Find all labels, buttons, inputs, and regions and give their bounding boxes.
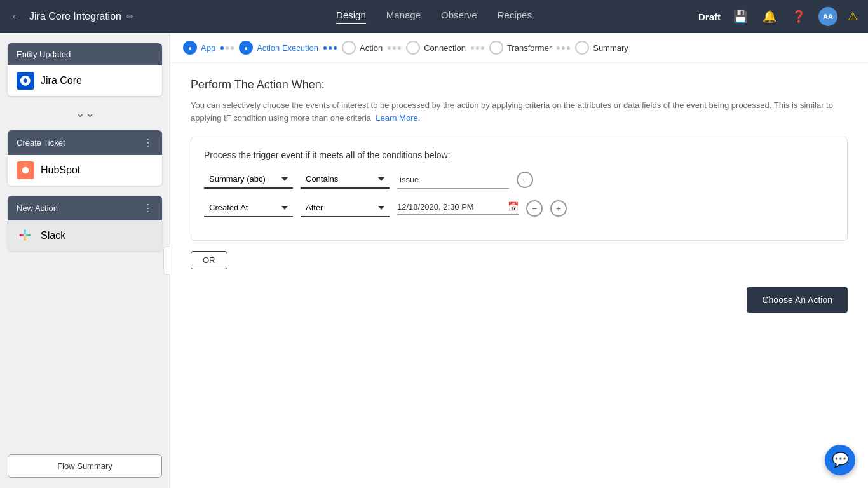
- dot: [557, 46, 560, 50]
- value-input-1[interactable]: [397, 171, 509, 189]
- datetime-input-wrap: 📅: [397, 201, 519, 215]
- new-action-body: Slack: [8, 220, 162, 251]
- step-circle-app: ●: [183, 41, 197, 55]
- create-ticket-label: Create Ticket: [17, 138, 65, 147]
- create-ticket-menu[interactable]: ⋮: [143, 137, 153, 149]
- step-action: Action: [342, 41, 383, 55]
- new-action-menu[interactable]: ⋮: [143, 202, 153, 214]
- edit-title-icon[interactable]: ✏: [126, 11, 134, 22]
- svg-rect-1: [20, 234, 22, 236]
- new-action-label: New Action: [17, 203, 58, 213]
- tab-observe[interactable]: Observe: [441, 10, 477, 24]
- step-circle-transformer: [489, 41, 503, 55]
- entity-updated-card: Entity Updated Jira Core: [8, 43, 162, 96]
- step-app: ● App: [183, 41, 215, 55]
- condition-row-2: Created At Summary (abc) After Before Eq…: [204, 199, 834, 217]
- dot: [562, 46, 565, 50]
- step-label-action-execution: Action Execution: [257, 43, 318, 53]
- step-label-action: Action: [360, 43, 383, 53]
- remove-condition-2[interactable]: −: [526, 200, 543, 217]
- page-content: Perform The Action When: You can selecti…: [170, 63, 868, 488]
- sidebar-toggle[interactable]: ‹: [163, 247, 170, 274]
- dot: [398, 46, 401, 50]
- step-dots-4: [471, 46, 484, 50]
- user-avatar[interactable]: AA: [818, 7, 837, 26]
- tab-manage[interactable]: Manage: [386, 10, 421, 24]
- svg-rect-5: [22, 234, 24, 236]
- tab-recipes[interactable]: Recipes: [498, 10, 532, 24]
- entity-updated-label: Entity Updated: [17, 50, 71, 59]
- jira-core-label: Jira Core: [41, 75, 82, 86]
- svg-rect-4: [24, 238, 26, 240]
- learn-more-link[interactable]: Learn More.: [376, 113, 420, 123]
- new-action-header: New Action ⋮: [8, 196, 162, 220]
- remove-condition-1[interactable]: −: [517, 172, 533, 188]
- dot: [231, 46, 234, 50]
- or-button[interactable]: OR: [191, 251, 227, 269]
- hubspot-label: HubSpot: [41, 165, 80, 176]
- condition-row-1: Summary (abc) Created At Contains Equals…: [204, 170, 834, 189]
- step-circle-action-execution: ●: [239, 41, 253, 55]
- back-button[interactable]: ←: [10, 10, 22, 24]
- dot: [393, 46, 396, 50]
- conditions-box: Process the trigger event if it meets al…: [191, 137, 848, 241]
- help-icon[interactable]: ❓: [789, 7, 808, 26]
- dot: [481, 46, 484, 50]
- calendar-icon[interactable]: 📅: [508, 201, 519, 212]
- main-nav-tabs: Design Manage Observe Recipes: [336, 10, 532, 24]
- save-icon[interactable]: 💾: [731, 7, 750, 26]
- dot: [334, 46, 337, 50]
- jira-icon: [17, 72, 34, 90]
- step-summary: Summary: [575, 41, 628, 55]
- top-nav-right: Draft 💾 🔔 ❓ AA ⚠: [698, 7, 858, 26]
- slack-icon: [17, 227, 34, 245]
- step-dots-5: [557, 46, 570, 50]
- field-select-2[interactable]: Created At Summary (abc): [204, 199, 293, 217]
- hubspot-icon: [17, 161, 34, 179]
- new-action-card: New Action ⋮ Slack: [8, 196, 162, 251]
- step-connection: Connection: [406, 41, 466, 55]
- create-ticket-card: Create Ticket ⋮ HubSpot: [8, 130, 162, 186]
- step-circle-connection: [406, 41, 420, 55]
- choose-action-button[interactable]: Choose An Action: [747, 287, 848, 313]
- step-dots-2: [323, 46, 337, 50]
- slack-label: Slack: [41, 230, 65, 241]
- app-title: Jira Core Integration: [29, 11, 121, 22]
- content-area: ● App ● Action Execution Action: [170, 33, 868, 488]
- notifications-icon[interactable]: 🔔: [760, 7, 779, 26]
- step-dots-1: [220, 46, 234, 50]
- operator-select-1[interactable]: Contains Equals Not Contains: [301, 170, 390, 189]
- warning-icon: ⚠: [848, 10, 858, 24]
- main-layout: Entity Updated Jira Core ⌄⌄ Create Ticke…: [0, 33, 868, 488]
- step-label-summary: Summary: [593, 43, 628, 53]
- svg-rect-8: [24, 236, 26, 238]
- step-action-execution: ● Action Execution: [239, 41, 318, 55]
- flow-summary-button[interactable]: Flow Summary: [8, 454, 162, 478]
- draft-status: Draft: [698, 11, 721, 22]
- chat-button[interactable]: 💬: [825, 445, 855, 475]
- dot: [471, 46, 474, 50]
- top-navigation: ← Jira Core Integration ✏ Design Manage …: [0, 0, 868, 33]
- dot: [567, 46, 570, 50]
- entity-updated-body: Jira Core: [8, 65, 162, 96]
- svg-point-0: [22, 167, 29, 174]
- add-condition[interactable]: +: [550, 200, 567, 217]
- conditions-title: Process the trigger event if it meets al…: [204, 150, 834, 160]
- dot: [220, 46, 224, 50]
- step-circle-action: [342, 41, 356, 55]
- create-ticket-body: HubSpot: [8, 155, 162, 186]
- page-description: You can selectively choose the events of…: [191, 99, 848, 124]
- step-circle-summary: [575, 41, 589, 55]
- sidebar: Entity Updated Jira Core ⌄⌄ Create Ticke…: [0, 33, 170, 488]
- dot: [329, 46, 332, 50]
- field-select-1[interactable]: Summary (abc) Created At: [204, 170, 293, 189]
- dot: [226, 46, 229, 50]
- dot: [388, 46, 391, 50]
- tab-design[interactable]: Design: [336, 10, 366, 24]
- svg-rect-2: [24, 230, 26, 232]
- datetime-input[interactable]: [397, 202, 504, 212]
- create-ticket-header: Create Ticket ⋮: [8, 130, 162, 155]
- svg-rect-7: [26, 234, 28, 236]
- operator-select-2[interactable]: After Before Equals: [301, 199, 390, 217]
- step-transformer: Transformer: [489, 41, 552, 55]
